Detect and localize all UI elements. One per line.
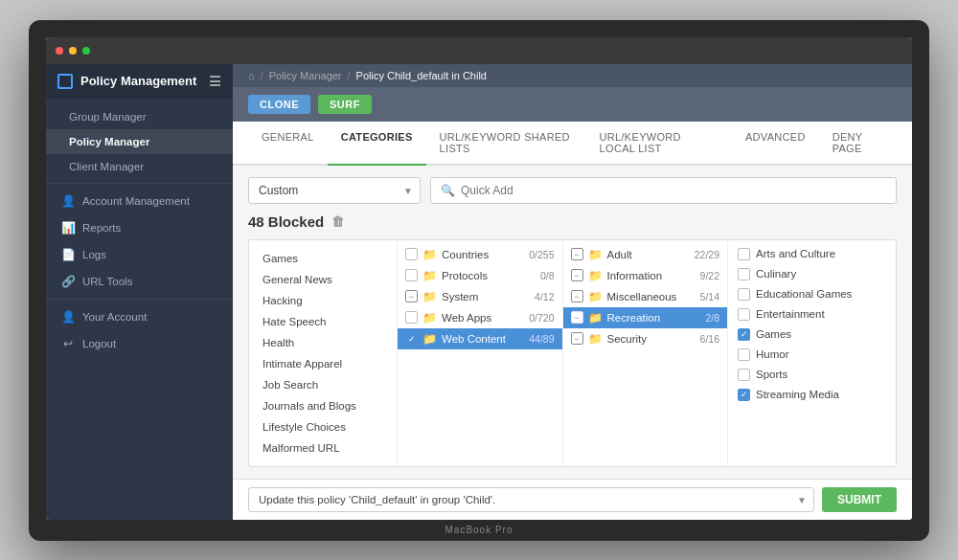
list-item[interactable]: Health	[249, 332, 397, 353]
breadcrumb-current: Policy Child_default in Child	[356, 70, 487, 81]
sidebar-label: Client Manager	[69, 161, 144, 172]
list-item[interactable]: Malformed URL	[249, 437, 397, 459]
category-row-protocols[interactable]: 📁 Protocols 0/8	[398, 265, 562, 286]
tab-url-local[interactable]: URL/KEYWORD LOCAL LIST	[586, 122, 732, 166]
sidebar-label: Account Management	[82, 195, 190, 207]
sub-item-streaming[interactable]: ✓ Streaming Media	[728, 385, 896, 405]
category-row-webapps[interactable]: 📁 Web Apps 0/720	[398, 307, 562, 328]
category-row-webcontent[interactable]: ✓ 📁 Web Content 44/89	[398, 328, 562, 349]
surf-button[interactable]: SURF	[318, 95, 372, 114]
sidebar-item-group-manager[interactable]: Group Manager	[46, 104, 233, 129]
tab-general[interactable]: GENERAL	[248, 122, 328, 166]
checkbox-miscellaneous[interactable]: −	[571, 290, 583, 302]
category-row-system[interactable]: − 📁 System 4/12	[398, 286, 562, 307]
checkbox-countries[interactable]	[405, 248, 418, 260]
breadcrumb-home[interactable]: ⌂	[248, 70, 255, 81]
list-item[interactable]: Hate Speech	[249, 311, 397, 332]
cat-name: Miscellaneous	[607, 291, 677, 302]
category-row-miscellaneous[interactable]: − 📁 Miscellaneous 5/14	[563, 286, 728, 307]
close-dot[interactable]	[56, 47, 63, 55]
trash-icon[interactable]: 🗑	[331, 214, 344, 229]
category-row-information[interactable]: − 📁 Information 9/22	[563, 265, 728, 286]
sidebar-item-reports[interactable]: 📊 Reports	[46, 214, 233, 241]
minimize-dot[interactable]	[69, 47, 77, 55]
submit-button[interactable]: SUBMIT	[822, 487, 897, 512]
checkbox-recreation[interactable]: −	[571, 311, 583, 324]
sub-item-games[interactable]: ✓ Games	[728, 325, 896, 345]
cat-name: Protocols	[442, 270, 488, 281]
sub-item-humor[interactable]: Humor	[728, 345, 896, 365]
sub-item-arts[interactable]: Arts and Culture	[728, 244, 896, 264]
tab-categories[interactable]: CATEGORIES	[328, 122, 426, 166]
folder-icon: 📁	[422, 332, 437, 346]
sidebar-item-logs[interactable]: 📄 Logs	[46, 241, 233, 268]
top-bar	[46, 37, 912, 64]
cat-name: Security	[607, 333, 648, 345]
category-row-countries[interactable]: 📁 Countries 0/255	[398, 244, 562, 265]
your-account-icon: 👤	[61, 310, 75, 324]
checkbox-humor[interactable]	[738, 348, 750, 361]
category-row-security[interactable]: − 📁 Security 6/16	[563, 328, 728, 349]
cat-count: 0/8	[540, 270, 555, 281]
sidebar-nav: Group Manager Policy Manager Client Mana…	[46, 99, 233, 363]
checkbox-protocols[interactable]	[405, 269, 418, 281]
reports-icon: 📊	[61, 221, 75, 235]
checkbox-webapps[interactable]	[405, 311, 418, 324]
sub-item-sports[interactable]: Sports	[728, 365, 896, 385]
checkbox-entertainment[interactable]	[738, 308, 750, 321]
list-item[interactable]: Journals and Blogs	[249, 395, 397, 416]
sidebar-item-account-management[interactable]: 👤 Account Management	[46, 188, 233, 214]
category-row-recreation[interactable]: − 📁 Recreation 2/8	[563, 307, 728, 328]
sidebar-item-url-tools[interactable]: 🔗 URL Tools	[46, 268, 233, 295]
sub-item-culinary[interactable]: Culinary	[728, 264, 896, 284]
list-item[interactable]: Games	[249, 248, 397, 269]
clone-button[interactable]: CLONE	[248, 95, 310, 114]
list-item[interactable]: Hacking	[249, 290, 397, 311]
checkbox-games[interactable]: ✓	[738, 328, 750, 341]
tab-url-shared[interactable]: URL/KEYWORD SHARED LISTS	[426, 122, 586, 166]
maximize-dot[interactable]	[82, 47, 90, 55]
sidebar-item-logout[interactable]: ↩ Logout	[46, 330, 233, 357]
breadcrumb-policy-manager[interactable]: Policy Manager	[269, 70, 342, 81]
checkbox-educational[interactable]	[738, 288, 750, 301]
list-item[interactable]: Lifestyle Choices	[249, 416, 397, 437]
sub-label: Educational Games	[756, 288, 852, 300]
checkbox-culinary[interactable]	[738, 268, 750, 280]
bottom-select[interactable]: Update this policy 'Child_default' in gr…	[248, 487, 814, 512]
logout-icon: ↩	[61, 337, 75, 350]
checkbox-streaming[interactable]: ✓	[738, 389, 750, 401]
search-input[interactable]	[461, 178, 886, 203]
checkbox-webcontent[interactable]: ✓	[405, 332, 418, 345]
sidebar-item-policy-manager[interactable]: Policy Manager	[46, 129, 233, 154]
cat-count: 4/12	[535, 291, 554, 302]
list-item[interactable]: General News	[249, 269, 397, 290]
checkbox-arts[interactable]	[738, 248, 750, 260]
tab-advanced[interactable]: ADVANCED	[732, 122, 819, 166]
checkbox-sports[interactable]	[738, 369, 750, 381]
folder-icon: 📁	[422, 248, 437, 261]
tab-deny-page[interactable]: DENY PAGE	[819, 122, 897, 166]
sub-item-educational[interactable]: Educational Games	[728, 284, 896, 304]
checkbox-adult[interactable]: −	[571, 248, 583, 260]
sub-label: Entertainment	[756, 308, 825, 320]
sub-item-entertainment[interactable]: Entertainment	[728, 304, 896, 325]
sub-label: Sports	[756, 369, 787, 380]
sidebar-item-your-account[interactable]: 👤 Your Account	[46, 303, 233, 330]
folder-icon: 📁	[588, 311, 603, 325]
hamburger-icon[interactable]: ☰	[209, 74, 221, 89]
list-item[interactable]: Job Search	[249, 374, 397, 395]
sidebar-item-client-manager[interactable]: Client Manager	[46, 154, 233, 179]
macbook-label: MacBook Pro	[445, 525, 513, 535]
list-item[interactable]: Intimate Apparel	[249, 353, 397, 374]
cat-count: 6/16	[700, 333, 719, 345]
breadcrumb-bar: ⌂ / Policy Manager / Policy Child_defaul…	[233, 64, 912, 87]
inner-content: Custom Default Strict ▼ 🔍	[233, 166, 912, 479]
category-row-adult[interactable]: − 📁 Adult 22/29	[563, 244, 728, 265]
filter-select[interactable]: Custom Default Strict	[248, 177, 421, 204]
tabs-bar: GENERAL CATEGORIES URL/KEYWORD SHARED LI…	[233, 122, 912, 166]
checkbox-system[interactable]: −	[405, 290, 418, 302]
cat-count: 44/89	[529, 333, 554, 345]
blocked-count: 48 Blocked	[248, 213, 324, 230]
checkbox-information[interactable]: −	[571, 269, 583, 281]
checkbox-security[interactable]: −	[571, 332, 583, 345]
